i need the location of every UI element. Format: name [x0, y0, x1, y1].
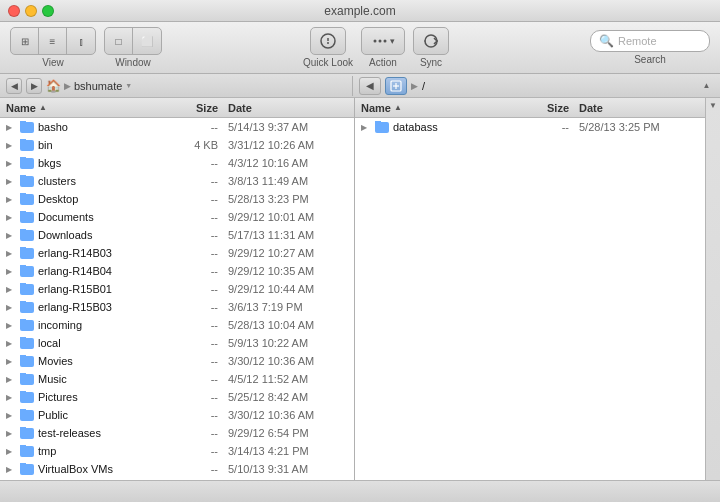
- file-name-text: bin: [38, 139, 53, 151]
- expand-arrow[interactable]: ▶: [6, 159, 16, 168]
- file-size: --: [173, 373, 228, 385]
- expand-arrow[interactable]: ▶: [6, 357, 16, 366]
- folder-icon: [20, 248, 34, 259]
- right-file-list[interactable]: ▶databass--5/28/13 3:25 PM: [355, 118, 705, 480]
- file-name-text: Music: [38, 373, 67, 385]
- left-col-date[interactable]: Date: [228, 102, 348, 114]
- view-icon-btn[interactable]: ⊞: [11, 28, 39, 54]
- nav-fwd-btn[interactable]: ▶: [26, 78, 42, 94]
- close-button[interactable]: [8, 5, 20, 17]
- expand-arrow[interactable]: ▶: [6, 231, 16, 240]
- file-date: 3/30/12 10:36 AM: [228, 355, 348, 367]
- folder-icon: [20, 428, 34, 439]
- sync-button[interactable]: [413, 27, 449, 55]
- list-item[interactable]: ▶incoming--5/28/13 10:04 AM: [0, 316, 354, 334]
- view-col-btn[interactable]: ⫿: [67, 28, 95, 54]
- expand-arrow[interactable]: ▶: [6, 429, 16, 438]
- expand-arrow[interactable]: ▶: [6, 375, 16, 384]
- quick-look-label: Quick Look: [303, 57, 353, 68]
- list-item[interactable]: ▶Movies--3/30/12 10:36 AM: [0, 352, 354, 370]
- quick-look-button[interactable]: [310, 27, 346, 55]
- expand-arrow[interactable]: ▶: [6, 249, 16, 258]
- nav-back-btn[interactable]: ◀: [6, 78, 22, 94]
- file-date: 5/28/13 3:25 PM: [579, 121, 699, 133]
- list-item[interactable]: ▶bkgs--4/3/12 10:16 AM: [0, 154, 354, 172]
- right-col-size[interactable]: Size: [524, 102, 579, 114]
- expand-arrow[interactable]: ▶: [6, 393, 16, 402]
- expand-arrow[interactable]: ▶: [6, 123, 16, 132]
- toolbar: ⊞ ≡ ⫿ View □ ⬜ Window Quick Look: [0, 22, 720, 74]
- right-nav-btn1[interactable]: ◀: [359, 77, 381, 95]
- expand-arrow[interactable]: ▶: [6, 177, 16, 186]
- list-item[interactable]: ▶erlang-R15B01--9/29/12 10:44 AM: [0, 280, 354, 298]
- list-item[interactable]: ▶erlang-R15B03--3/6/13 7:19 PM: [0, 298, 354, 316]
- expand-arrow[interactable]: ▶: [6, 285, 16, 294]
- view-list-btn[interactable]: ≡: [39, 28, 67, 54]
- expand-arrow[interactable]: ▶: [6, 339, 16, 348]
- folder-icon: [20, 410, 34, 421]
- window-btn1[interactable]: □: [105, 28, 133, 54]
- file-name-text: erlang-R14B03: [38, 247, 112, 259]
- svg-point-5: [383, 40, 386, 43]
- file-size: --: [173, 157, 228, 169]
- view-btn-group: ⊞ ≡ ⫿: [10, 27, 96, 55]
- list-item[interactable]: ▶tmp--3/14/13 4:21 PM: [0, 442, 354, 460]
- expand-arrow[interactable]: ▶: [6, 321, 16, 330]
- expand-arrow[interactable]: ▶: [361, 123, 371, 132]
- left-col-size[interactable]: Size: [173, 102, 228, 114]
- expand-arrow[interactable]: ▶: [6, 465, 16, 474]
- list-item[interactable]: ▶Music--4/5/12 11:52 AM: [0, 370, 354, 388]
- sync-section: Sync: [413, 27, 449, 68]
- list-item[interactable]: ▶Public--3/30/12 10:36 AM: [0, 406, 354, 424]
- sort-arrow: ▲: [39, 103, 47, 112]
- left-file-list[interactable]: ▶basho--5/14/13 9:37 AM▶bin4 KB3/31/12 1…: [0, 118, 354, 480]
- right-col-name[interactable]: Name ▲: [361, 102, 524, 114]
- right-col-date[interactable]: Date: [579, 102, 699, 114]
- expand-arrow[interactable]: ▶: [6, 141, 16, 150]
- expand-arrow[interactable]: ▶: [6, 195, 16, 204]
- folder-icon: [20, 140, 34, 151]
- expand-arrow[interactable]: ▶: [6, 213, 16, 222]
- right-scroll-down[interactable]: ▼: [706, 98, 721, 113]
- right-nav-btn2[interactable]: [385, 77, 407, 95]
- search-box[interactable]: 🔍 Remote: [590, 30, 710, 52]
- file-date: 9/29/12 6:54 PM: [228, 427, 348, 439]
- file-date: 9/29/12 10:44 AM: [228, 283, 348, 295]
- expand-arrow[interactable]: ▶: [6, 303, 16, 312]
- right-scroll-bar: ▼: [705, 98, 720, 480]
- file-date: 3/8/13 11:49 AM: [228, 175, 348, 187]
- file-date: 5/25/12 8:42 AM: [228, 391, 348, 403]
- file-name-text: Desktop: [38, 193, 78, 205]
- path-dropdown-icon: ▼: [125, 82, 132, 89]
- file-date: 3/14/13 4:21 PM: [228, 445, 348, 457]
- file-date: 3/6/13 7:19 PM: [228, 301, 348, 313]
- list-item[interactable]: ▶Downloads--5/17/13 11:31 AM: [0, 226, 354, 244]
- action-button[interactable]: ▾: [361, 27, 405, 55]
- expand-arrow[interactable]: ▶: [6, 267, 16, 276]
- list-item[interactable]: ▶Documents--9/29/12 10:01 AM: [0, 208, 354, 226]
- minimize-button[interactable]: [25, 5, 37, 17]
- list-item[interactable]: ▶erlang-R14B03--9/29/12 10:27 AM: [0, 244, 354, 262]
- list-item[interactable]: ▶test-releases--9/29/12 6:54 PM: [0, 424, 354, 442]
- list-item[interactable]: ▶Pictures--5/25/12 8:42 AM: [0, 388, 354, 406]
- left-col-name[interactable]: Name ▲: [6, 102, 173, 114]
- expand-arrow[interactable]: ▶: [6, 411, 16, 420]
- file-size: 4 KB: [173, 139, 228, 151]
- file-date: 5/14/13 9:37 AM: [228, 121, 348, 133]
- expand-arrow[interactable]: ▶: [6, 447, 16, 456]
- list-item[interactable]: ▶Desktop--5/28/13 3:23 PM: [0, 190, 354, 208]
- list-item[interactable]: ▶databass--5/28/13 3:25 PM: [355, 118, 705, 136]
- list-item[interactable]: ▶basho--5/14/13 9:37 AM: [0, 118, 354, 136]
- list-item[interactable]: ▶local--5/9/13 10:22 AM: [0, 334, 354, 352]
- maximize-button[interactable]: [42, 5, 54, 17]
- folder-icon: [20, 158, 34, 169]
- pathbar: ◀ ▶ 🏠 ▶ bshumate ▼ ◀ ▶ / ▲: [0, 74, 720, 98]
- list-item[interactable]: ▶clusters--3/8/13 11:49 AM: [0, 172, 354, 190]
- list-item[interactable]: ▶bin4 KB3/31/12 10:26 AM: [0, 136, 354, 154]
- file-size: --: [173, 247, 228, 259]
- scroll-up-arrow[interactable]: ▲: [699, 78, 714, 93]
- right-pathbar: ◀ ▶ /: [359, 77, 699, 95]
- list-item[interactable]: ▶VirtualBox VMs--5/10/13 9:31 AM: [0, 460, 354, 478]
- list-item[interactable]: ▶erlang-R14B04--9/29/12 10:35 AM: [0, 262, 354, 280]
- window-btn2[interactable]: ⬜: [133, 28, 161, 54]
